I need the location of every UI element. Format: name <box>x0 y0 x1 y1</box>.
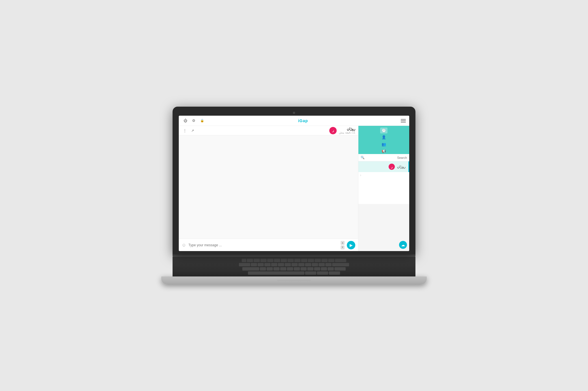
list-item[interactable]: روژان ر <box>358 161 409 172</box>
keyboard <box>178 259 410 275</box>
top-bar-left: ⏻ ⚙ 🔒 <box>182 118 205 124</box>
top-bar-right <box>401 119 406 122</box>
expand-arrow[interactable]: › <box>360 173 361 177</box>
cloud-icon[interactable]: ☁ <box>399 241 407 249</box>
laptop-camera <box>293 112 295 114</box>
sidebar-bottom: ☁ <box>358 204 409 251</box>
scroll-controls: ▲ ▼ <box>341 241 345 249</box>
share-icon[interactable]: ↗ <box>190 128 196 134</box>
nav-recent-icon[interactable]: 🕐 <box>380 128 387 133</box>
chat-input-area: ☺ ▲ ▼ ▶ <box>179 239 358 251</box>
chat-header: ⋮ ↗ روژان 11 دقیقه پیش ر <box>179 126 358 135</box>
laptop-screen: ⏻ ⚙ 🔒 iGap <box>179 116 409 251</box>
search-section: 🔍 <box>358 154 409 161</box>
emoji-icon[interactable]: ☺ <box>182 243 186 248</box>
contact-avatar: ر <box>389 164 395 170</box>
nav-contacts-icon[interactable]: 👤 <box>380 135 387 140</box>
search-icon: 🔍 <box>361 156 365 159</box>
laptop-base <box>161 276 427 284</box>
trackpad <box>277 280 311 281</box>
app-logo: iGap <box>298 118 308 123</box>
right-nav-top: 🕐 👤 👥 📢 <box>358 126 409 154</box>
laptop-hinge <box>173 254 415 257</box>
message-input[interactable] <box>188 243 338 247</box>
chat-header-actions: ⋮ ↗ <box>182 128 196 134</box>
power-icon[interactable]: ⏻ <box>182 118 188 124</box>
chat-avatar[interactable]: ر <box>329 127 337 134</box>
right-sidebar: 🕐 👤 👥 📢 🔍 روژ <box>358 126 409 251</box>
chat-header-info: روژان 11 دقیقه پیش ر <box>329 127 355 134</box>
scroll-down-btn[interactable]: ▼ <box>341 245 345 249</box>
send-button[interactable]: ▶ <box>347 241 355 249</box>
lock-icon[interactable]: 🔒 <box>199 118 205 124</box>
more-options-icon[interactable]: ⋮ <box>182 128 188 134</box>
contact-name-header: روژان 11 دقیقه پیش <box>339 127 355 134</box>
settings-icon[interactable]: ⚙ <box>191 118 197 124</box>
top-bar: ⏻ ⚙ 🔒 iGap <box>179 116 409 126</box>
hamburger-icon[interactable] <box>401 119 406 122</box>
nav-channels-icon[interactable]: 📢 <box>380 148 387 154</box>
nav-groups-icon[interactable]: 👥 <box>380 141 387 147</box>
main-area: ⋮ ↗ روژان 11 دقیقه پیش ر <box>179 126 409 251</box>
contacts-list: روژان ر › <box>358 161 409 204</box>
keyboard-area <box>173 257 415 276</box>
scroll-up-btn[interactable]: ▲ <box>341 241 345 245</box>
search-input[interactable] <box>366 156 407 159</box>
app-container: ⏻ ⚙ 🔒 iGap <box>179 116 409 251</box>
chat-messages <box>179 135 358 239</box>
chat-area: ⋮ ↗ روژان 11 دقیقه پیش ر <box>179 126 358 251</box>
